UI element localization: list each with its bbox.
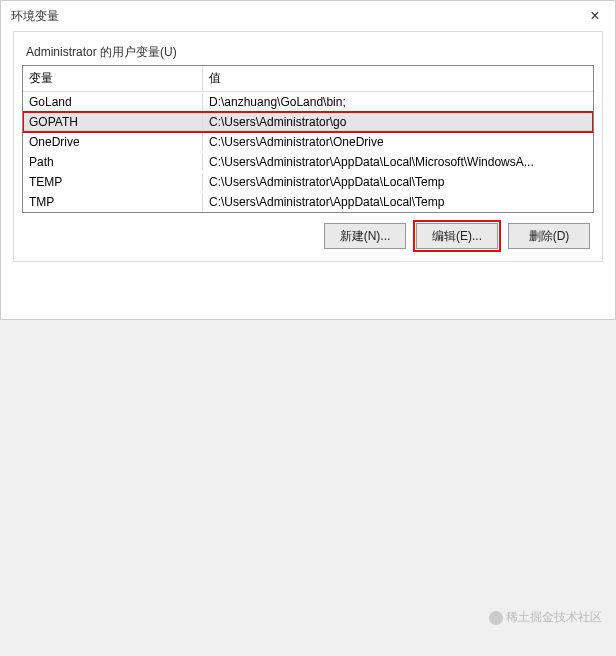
delete-button[interactable]: 删除(D) bbox=[508, 223, 590, 249]
cell-name: Path bbox=[23, 153, 203, 171]
cell-value: C:\Users\Administrator\go bbox=[203, 113, 593, 131]
watermark-logo-icon bbox=[489, 611, 503, 625]
cell-value: C:\Users\Administrator\OneDrive bbox=[203, 133, 593, 151]
titlebar: 环境变量 × bbox=[1, 1, 615, 31]
new-button[interactable]: 新建(N)... bbox=[324, 223, 406, 249]
table-row[interactable]: OneDrive C:\Users\Administrator\OneDrive bbox=[23, 132, 593, 152]
cell-name: GOPATH bbox=[23, 113, 203, 131]
cell-name: OneDrive bbox=[23, 133, 203, 151]
cell-name: GoLand bbox=[23, 93, 203, 111]
table-header: 变量 值 bbox=[23, 66, 593, 92]
cell-value: C:\Users\Administrator\AppData\Local\Mic… bbox=[203, 153, 593, 171]
table-body: GoLand D:\anzhuang\GoLand\bin; GOPATH C:… bbox=[23, 92, 593, 212]
cell-name: TMP bbox=[23, 193, 203, 211]
col-value[interactable]: 值 bbox=[203, 66, 593, 91]
close-icon[interactable]: × bbox=[575, 1, 615, 31]
group-label: Administrator 的用户变量(U) bbox=[22, 38, 594, 65]
user-vars-group: Administrator 的用户变量(U) 变量 值 GoLand D:\an… bbox=[13, 31, 603, 262]
env-vars-dialog: 环境变量 × Administrator 的用户变量(U) 变量 值 GoLan… bbox=[0, 0, 616, 320]
user-vars-buttons: 新建(N)... 编辑(E)... 删除(D) bbox=[22, 213, 594, 253]
table-row[interactable]: Path C:\Users\Administrator\AppData\Loca… bbox=[23, 152, 593, 172]
edit-button[interactable]: 编辑(E)... bbox=[416, 223, 498, 249]
watermark: 稀土掘金技术社区 bbox=[489, 609, 602, 626]
table-row-selected[interactable]: GOPATH C:\Users\Administrator\go bbox=[23, 112, 593, 132]
cell-value: C:\Users\Administrator\AppData\Local\Tem… bbox=[203, 173, 593, 191]
table-row[interactable]: TMP C:\Users\Administrator\AppData\Local… bbox=[23, 192, 593, 212]
user-vars-table: 变量 值 GoLand D:\anzhuang\GoLand\bin; GOPA… bbox=[22, 65, 594, 213]
cell-name: TEMP bbox=[23, 173, 203, 191]
cell-value: D:\anzhuang\GoLand\bin; bbox=[203, 93, 593, 111]
dialog-title: 环境变量 bbox=[11, 8, 59, 25]
table-row[interactable]: GoLand D:\anzhuang\GoLand\bin; bbox=[23, 92, 593, 112]
watermark-text: 稀土掘金技术社区 bbox=[506, 609, 602, 626]
table-row[interactable]: TEMP C:\Users\Administrator\AppData\Loca… bbox=[23, 172, 593, 192]
cell-value: C:\Users\Administrator\AppData\Local\Tem… bbox=[203, 193, 593, 211]
col-variable[interactable]: 变量 bbox=[23, 66, 203, 91]
